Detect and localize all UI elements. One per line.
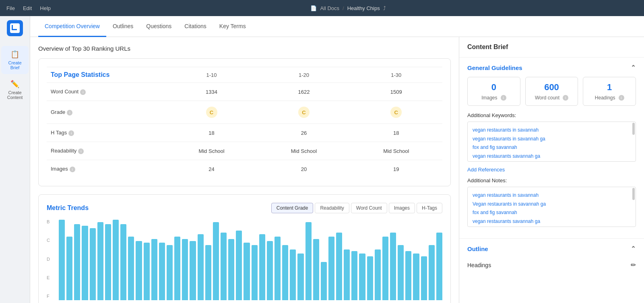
menu-edit[interactable]: Edit xyxy=(23,5,32,11)
stats-row-2-val-1: 26 xyxy=(258,124,350,142)
overview-title: Overview of Top 30 Ranking URLs xyxy=(38,45,451,52)
metric-tab-4[interactable]: H-Tags xyxy=(417,203,442,213)
menu-file[interactable]: File xyxy=(6,5,15,11)
sidebar-item-create-brief[interactable]: 📋 Create Brief xyxy=(1,46,29,74)
chevron-up-icon[interactable]: ⌃ xyxy=(631,64,636,71)
chart-bar xyxy=(421,256,427,300)
stats-row-1-label: Gradei xyxy=(47,101,165,124)
chart-bar xyxy=(313,239,319,300)
chart-y-label: B xyxy=(47,220,50,224)
info-icon[interactable]: i xyxy=(80,89,86,95)
all-docs-link[interactable]: All Docs xyxy=(320,5,339,11)
chart-bar xyxy=(367,256,373,300)
info-icon[interactable]: i xyxy=(67,110,72,115)
top-page-stats-card: Top Page Statistics 1-10 1-20 1-30 Word … xyxy=(38,58,451,186)
chart-area: BCDEF xyxy=(47,220,442,300)
stats-row-3-val-2: Mid School xyxy=(350,142,442,160)
keyword-link[interactable]: vegan restaurants savannah ga xyxy=(473,152,631,161)
chart-bar xyxy=(90,228,96,300)
chart-bar xyxy=(375,249,381,300)
chart-y-label: F xyxy=(47,294,50,299)
tab-outlines[interactable]: Outlines xyxy=(106,16,140,37)
metric-tabs: Content GradeReadabilityWord CountImages… xyxy=(271,203,442,213)
guideline-info-icon[interactable]: i xyxy=(501,95,506,101)
guideline-number-1: 600 xyxy=(530,82,573,93)
note-link[interactable]: fox and fig savannah xyxy=(473,208,631,217)
chart-bar xyxy=(382,237,388,300)
share-icon[interactable]: ⤴ xyxy=(383,5,386,11)
menu-help[interactable]: Help xyxy=(40,5,51,11)
stats-table: Top Page Statistics 1-10 1-20 1-30 Word … xyxy=(47,67,442,178)
sidebar-item-label-content: Create Content xyxy=(4,90,25,100)
keywords-box[interactable]: vegan restaurants in savannahvegan resta… xyxy=(467,122,636,162)
tab-key-terms[interactable]: Key Terms xyxy=(213,16,252,37)
info-icon[interactable]: i xyxy=(70,167,75,172)
info-icon[interactable]: i xyxy=(68,130,74,136)
chart-bar xyxy=(174,237,180,300)
info-icon[interactable]: i xyxy=(78,148,84,154)
guideline-info-icon[interactable]: i xyxy=(563,95,568,101)
edit-icon[interactable]: ✏ xyxy=(631,261,636,269)
guideline-box-1: 600 Word count i xyxy=(525,77,578,106)
chart-bar xyxy=(305,222,312,300)
chart-bar xyxy=(290,249,296,300)
note-link[interactable]: vegan restaurants savannah xyxy=(473,226,631,227)
tab-questions[interactable]: Questions xyxy=(140,16,178,37)
keyword-link[interactable]: vegan restaurants savannah xyxy=(473,161,631,162)
metric-tab-1[interactable]: Readability xyxy=(315,203,349,213)
guideline-label-1: Word count i xyxy=(530,95,573,101)
note-link[interactable]: Vegan restaurants in savannah ga xyxy=(473,200,631,209)
outline-chevron-icon[interactable]: ⌃ xyxy=(631,245,636,252)
chart-bar xyxy=(228,239,234,300)
metric-tab-0[interactable]: Content Grade xyxy=(271,203,314,213)
create-brief-icon: 📋 xyxy=(10,50,19,59)
stats-row-2-label: H Tagsi xyxy=(47,124,165,142)
chart-bar xyxy=(74,224,80,300)
guideline-box-2: 1 Headings i xyxy=(583,77,636,106)
stats-row-2-val-2: 18 xyxy=(350,124,442,142)
general-guidelines-section: General Guidelines ⌃ 0 Images i 600 Word… xyxy=(459,58,644,239)
chart-bar xyxy=(221,233,227,300)
chart-bar xyxy=(66,237,72,300)
guideline-info-icon[interactable]: i xyxy=(619,95,624,101)
metric-tab-3[interactable]: Images xyxy=(389,203,415,213)
tab-competition-overview[interactable]: Competition Overview xyxy=(38,16,106,37)
chart-bar xyxy=(128,237,134,300)
notes-box[interactable]: vegan restaurants in savannahVegan resta… xyxy=(467,187,636,227)
chart-bar xyxy=(144,243,150,300)
chart-bar xyxy=(120,224,126,300)
tab-citations[interactable]: Citations xyxy=(178,16,213,37)
keyword-link[interactable]: vegan restaurants in savannah xyxy=(473,126,631,135)
sidebar-item-create-content[interactable]: ✏️ Create Content xyxy=(1,76,29,104)
guideline-number-2: 1 xyxy=(588,82,631,93)
sidebar-item-label-brief: Create Brief xyxy=(4,60,25,70)
main-content: Competition Overview Outlines Questions … xyxy=(30,16,644,303)
chart-bar xyxy=(267,241,273,300)
app-logo[interactable] xyxy=(7,20,23,36)
guideline-number-0: 0 xyxy=(473,82,515,93)
headings-label: Headings xyxy=(467,262,491,268)
chart-bar xyxy=(275,237,281,300)
chart-y-label: E xyxy=(47,276,50,280)
chart-bar xyxy=(405,251,411,300)
general-guidelines-title: General Guidelines ⌃ xyxy=(467,64,636,71)
stats-row-4-val-2: 19 xyxy=(350,160,442,178)
right-panel-header: Content Brief xyxy=(459,37,644,58)
col-header-1-10: 1-10 xyxy=(165,67,258,83)
note-link[interactable]: vegan restaurants savannah ga xyxy=(473,217,631,226)
chart-bar xyxy=(252,245,258,300)
stats-row-0-val-0: 1334 xyxy=(165,83,258,101)
additional-keywords-label: Additional Keywords: xyxy=(467,112,636,118)
chart-bar xyxy=(336,233,342,300)
chart-bar xyxy=(113,220,119,300)
chart-bar xyxy=(344,249,350,300)
note-link[interactable]: vegan restaurants in savannah xyxy=(473,191,631,200)
guideline-box-0: 0 Images i xyxy=(467,77,520,106)
stats-row-4-val-0: 24 xyxy=(165,160,258,178)
metric-tab-2[interactable]: Word Count xyxy=(351,203,387,213)
keyword-link[interactable]: vegan restaurants in savannah ga xyxy=(473,135,631,144)
chart-bar xyxy=(182,239,188,300)
stats-row-1-val-0: C xyxy=(165,101,258,124)
keyword-link[interactable]: fox and fig savannah xyxy=(473,143,631,152)
add-references-link[interactable]: Add References xyxy=(467,167,636,173)
